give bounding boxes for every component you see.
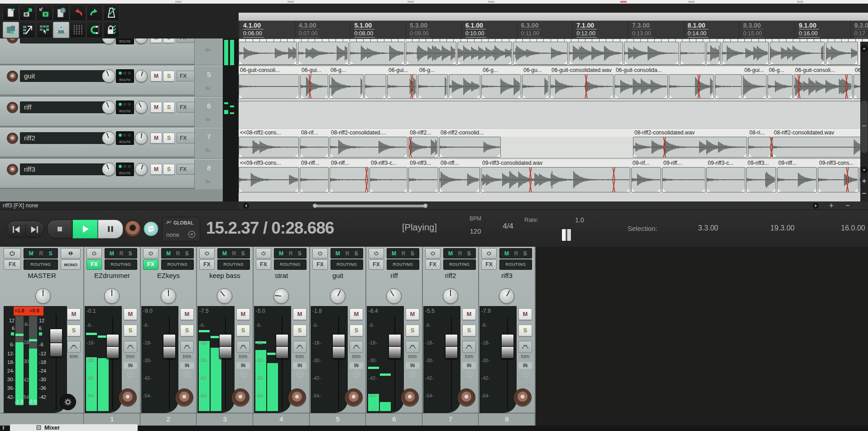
arrange-top-scrollbar[interactable] [239,13,868,21]
media-item[interactable] [330,137,408,158]
channel-mute-button[interactable]: M [110,250,116,257]
arrange-vertical-scrollbar[interactable]: +− [860,42,868,201]
input-select-arrow[interactable] [353,370,360,378]
media-item[interactable] [406,42,456,65]
channel-solo-button[interactable]: S [185,250,192,257]
selection-end[interactable]: 19.3.00 [759,224,806,233]
go-to-start-button[interactable] [10,225,22,235]
media-item[interactable] [449,74,480,99]
channel-name[interactable]: riff [366,271,422,281]
media-item[interactable] [826,42,858,65]
channel-routing-button[interactable]: ROUTING [274,259,307,270]
record-button[interactable] [124,220,141,237]
channel-record-ready-button[interactable]: R [39,250,45,257]
channel-pan-knob[interactable] [273,288,289,304]
media-item[interactable] [439,137,501,158]
mixer-tab[interactable]: Mixer [10,424,138,431]
input-select-arrow[interactable] [522,370,529,378]
channel-fx-button[interactable]: FX [143,259,158,270]
channel-mute-button[interactable]: M [350,308,363,320]
media-item[interactable] [418,74,448,99]
media-item[interactable] [794,74,853,99]
master-settings-gear-button[interactable] [60,394,76,410]
track-name-box[interactable] [20,38,112,43]
record-arm-button[interactable] [7,133,18,144]
channel-routing-button[interactable]: ROUTING [105,259,137,270]
channel-mute-button[interactable]: M [504,250,511,257]
pan-knob[interactable] [135,101,148,114]
channel-solo-button[interactable]: S [462,325,476,336]
stretch-marker[interactable] [409,137,412,158]
selection-start[interactable]: 3.3.00 [686,224,730,233]
route-button[interactable]: ROUTE [116,163,134,176]
channel-mute-button[interactable]: M [518,308,532,320]
trim-envelope-button[interactable] [406,341,419,353]
channel-power-button[interactable] [369,248,384,259]
mixer-tab-checkbox-icon[interactable] [36,425,41,430]
media-item[interactable] [408,137,438,158]
input-button[interactable]: IN [462,362,476,369]
folder-icon[interactable] [204,116,212,122]
channel-pan-knob[interactable] [35,288,51,304]
channel-pan-knob[interactable] [330,288,345,304]
media-item[interactable] [513,42,568,65]
channel-mute-button[interactable]: M [392,250,398,257]
media-item[interactable] [706,42,721,65]
input-button[interactable]: IN [236,362,250,369]
automation-dropdown-icon[interactable] [188,230,196,238]
channel-power-button[interactable] [199,248,215,259]
input-select-arrow[interactable] [240,370,247,378]
channel-pan-knob[interactable] [386,288,402,304]
record-arm-button[interactable] [7,38,18,43]
channel-mute-button[interactable]: M [336,250,342,257]
media-item[interactable] [239,42,297,65]
rate-slider-handle[interactable] [561,229,571,241]
media-item[interactable] [481,74,521,99]
channel-solo-button[interactable]: S [241,250,248,257]
stretch-marker[interactable] [846,167,849,192]
record-arm-button[interactable] [345,388,363,407]
mute-button[interactable]: M [150,133,162,144]
channel-mute-button[interactable]: M [29,250,35,257]
channel-pan-knob[interactable] [217,288,232,304]
volume-knob[interactable] [102,69,115,83]
folder-icon[interactable] [204,47,212,53]
channel-name[interactable]: strat [253,271,310,281]
stretch-marker[interactable] [585,74,588,99]
stretch-marker[interactable] [410,74,413,99]
media-item[interactable] [662,167,705,192]
timeline-ruler[interactable]: 4.1.000:06.004.3.000:07.005.1.000:08.005… [239,21,868,39]
trim-envelope-button[interactable] [180,341,194,353]
scroll-right-button[interactable] [813,203,819,209]
media-item[interactable] [550,74,614,99]
volume-knob[interactable] [102,163,115,176]
channel-routing-button[interactable]: ROUTING [499,259,532,270]
channel-power-button[interactable] [425,248,441,259]
channel-solo-button[interactable]: S [129,250,135,257]
mute-button[interactable]: M [150,164,162,175]
go-to-end-button[interactable] [29,225,40,235]
time-display[interactable]: 15.2.37 / 0:28.686 [206,219,396,239]
channel-fader-handle[interactable] [445,334,458,359]
media-item[interactable] [614,74,668,99]
channel-power-button[interactable] [481,248,497,259]
record-arm-button[interactable] [401,388,419,407]
media-item[interactable] [369,167,408,192]
input-button[interactable]: IN [518,362,532,369]
record-arm-button[interactable] [175,388,193,407]
input-select-arrow[interactable] [183,370,191,378]
input-select-arrow[interactable] [296,370,304,378]
solo-button[interactable]: S [163,102,175,113]
input-button[interactable]: IN [293,362,307,369]
arrange-horizontal-scrollbar[interactable]: +− [239,201,868,210]
undo-button[interactable] [70,5,86,21]
track-name-box[interactable]: riff [20,101,112,113]
time-signature[interactable]: 4/4 [495,222,521,231]
channel-solo-button[interactable]: S [518,325,532,336]
channel-power-button[interactable] [4,248,21,259]
master-mono-icon-button[interactable] [61,248,81,259]
input-button[interactable]: IN [124,362,137,369]
media-item[interactable] [239,137,299,158]
trim-envelope-button[interactable] [67,341,81,353]
media-item[interactable] [746,167,776,192]
